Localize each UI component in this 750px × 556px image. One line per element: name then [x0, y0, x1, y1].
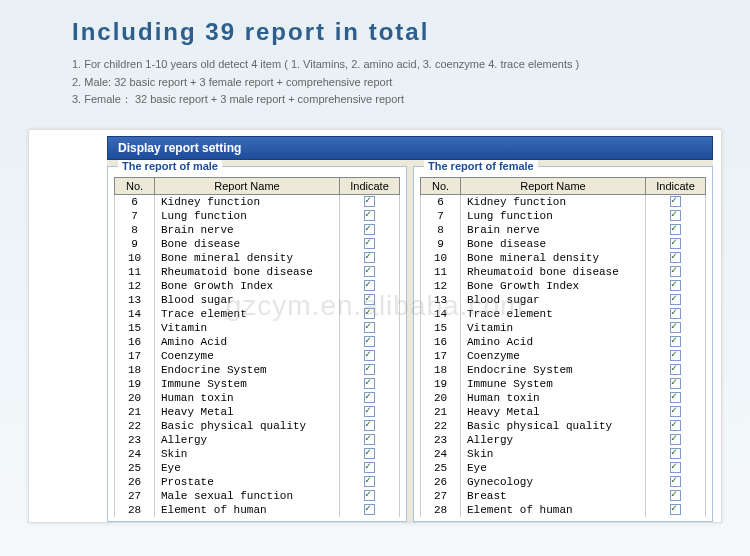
table-row[interactable]: 22Basic physical quality	[115, 419, 400, 433]
checkbox-icon[interactable]	[670, 196, 681, 207]
row-report-name: Bone disease	[155, 237, 340, 251]
table-row[interactable]: 6Kidney function	[115, 194, 400, 209]
checkbox-icon[interactable]	[670, 224, 681, 235]
checkbox-icon[interactable]	[364, 406, 375, 417]
table-row[interactable]: 24Skin	[421, 447, 706, 461]
table-row[interactable]: 7Lung function	[115, 209, 400, 223]
checkbox-icon[interactable]	[670, 280, 681, 291]
table-row[interactable]: 18Endocrine System	[421, 363, 706, 377]
checkbox-icon[interactable]	[364, 336, 375, 347]
col-header-indicate[interactable]: Indicate	[646, 177, 706, 194]
table-row[interactable]: 18Endocrine System	[115, 363, 400, 377]
table-row[interactable]: 25Eye	[115, 461, 400, 475]
table-row[interactable]: 10Bone mineral density	[115, 251, 400, 265]
checkbox-icon[interactable]	[670, 308, 681, 319]
table-row[interactable]: 13Blood sugar	[115, 293, 400, 307]
table-row[interactable]: 12Bone Growth Index	[421, 279, 706, 293]
checkbox-icon[interactable]	[364, 294, 375, 305]
table-row[interactable]: 19Immune System	[115, 377, 400, 391]
checkbox-icon[interactable]	[670, 462, 681, 473]
checkbox-icon[interactable]	[364, 224, 375, 235]
checkbox-icon[interactable]	[364, 196, 375, 207]
checkbox-icon[interactable]	[670, 322, 681, 333]
checkbox-icon[interactable]	[364, 266, 375, 277]
checkbox-icon[interactable]	[670, 476, 681, 487]
table-row[interactable]: 8Brain nerve	[115, 223, 400, 237]
checkbox-icon[interactable]	[364, 448, 375, 459]
checkbox-icon[interactable]	[670, 252, 681, 263]
table-row[interactable]: 25Eye	[421, 461, 706, 475]
checkbox-icon[interactable]	[670, 266, 681, 277]
checkbox-icon[interactable]	[670, 238, 681, 249]
checkbox-icon[interactable]	[670, 504, 681, 515]
checkbox-icon[interactable]	[364, 504, 375, 515]
col-header-no[interactable]: No.	[115, 177, 155, 194]
table-row[interactable]: 27Breast	[421, 489, 706, 503]
table-row[interactable]: 22Basic physical quality	[421, 419, 706, 433]
table-row[interactable]: 23Allergy	[421, 433, 706, 447]
checkbox-icon[interactable]	[364, 308, 375, 319]
col-header-indicate[interactable]: Indicate	[340, 177, 400, 194]
table-row[interactable]: 15Vitamin	[421, 321, 706, 335]
table-row[interactable]: 14Trace element	[115, 307, 400, 321]
checkbox-icon[interactable]	[670, 490, 681, 501]
checkbox-icon[interactable]	[670, 350, 681, 361]
table-row[interactable]: 26Gynecology	[421, 475, 706, 489]
checkbox-icon[interactable]	[364, 280, 375, 291]
checkbox-icon[interactable]	[670, 392, 681, 403]
table-row[interactable]: 11Rheumatoid bone disease	[115, 265, 400, 279]
checkbox-icon[interactable]	[364, 364, 375, 375]
table-row[interactable]: 9Bone disease	[421, 237, 706, 251]
table-row[interactable]: 17Coenzyme	[115, 349, 400, 363]
table-row[interactable]: 17Coenzyme	[421, 349, 706, 363]
table-row[interactable]: 7Lung function	[421, 209, 706, 223]
checkbox-icon[interactable]	[670, 378, 681, 389]
checkbox-icon[interactable]	[364, 476, 375, 487]
col-header-no[interactable]: No.	[421, 177, 461, 194]
table-row[interactable]: 16Amino Acid	[115, 335, 400, 349]
checkbox-icon[interactable]	[364, 210, 375, 221]
checkbox-icon[interactable]	[670, 434, 681, 445]
col-header-name[interactable]: Report Name	[461, 177, 646, 194]
checkbox-icon[interactable]	[364, 322, 375, 333]
table-row[interactable]: 9Bone disease	[115, 237, 400, 251]
checkbox-icon[interactable]	[364, 420, 375, 431]
table-row[interactable]: 28Element of human	[115, 503, 400, 517]
table-row[interactable]: 24Skin	[115, 447, 400, 461]
checkbox-icon[interactable]	[670, 364, 681, 375]
table-row[interactable]: 11Rheumatoid bone disease	[421, 265, 706, 279]
col-header-name[interactable]: Report Name	[155, 177, 340, 194]
checkbox-icon[interactable]	[364, 462, 375, 473]
table-row[interactable]: 23Allergy	[115, 433, 400, 447]
table-row[interactable]: 19Immune System	[421, 377, 706, 391]
table-row[interactable]: 20Human toxin	[115, 391, 400, 405]
checkbox-icon[interactable]	[364, 434, 375, 445]
checkbox-icon[interactable]	[670, 336, 681, 347]
table-row[interactable]: 6Kidney function	[421, 194, 706, 209]
table-row[interactable]: 12Bone Growth Index	[115, 279, 400, 293]
table-row[interactable]: 28Element of human	[421, 503, 706, 517]
table-row[interactable]: 20Human toxin	[421, 391, 706, 405]
checkbox-icon[interactable]	[670, 448, 681, 459]
checkbox-icon[interactable]	[670, 420, 681, 431]
table-row[interactable]: 21Heavy Metal	[421, 405, 706, 419]
checkbox-icon[interactable]	[364, 392, 375, 403]
table-row[interactable]: 8Brain nerve	[421, 223, 706, 237]
table-row[interactable]: 15Vitamin	[115, 321, 400, 335]
table-row[interactable]: 10Bone mineral density	[421, 251, 706, 265]
checkbox-icon[interactable]	[670, 210, 681, 221]
checkbox-icon[interactable]	[670, 294, 681, 305]
table-row[interactable]: 26Prostate	[115, 475, 400, 489]
table-row[interactable]: 13Blood sugar	[421, 293, 706, 307]
checkbox-icon[interactable]	[670, 406, 681, 417]
checkbox-icon[interactable]	[364, 350, 375, 361]
table-row[interactable]: 21Heavy Metal	[115, 405, 400, 419]
checkbox-icon[interactable]	[364, 252, 375, 263]
subtitle-2: 2. Male: 32 basic report + 3 female repo…	[72, 74, 678, 92]
checkbox-icon[interactable]	[364, 490, 375, 501]
table-row[interactable]: 16Amino Acid	[421, 335, 706, 349]
table-row[interactable]: 27Male sexual function	[115, 489, 400, 503]
checkbox-icon[interactable]	[364, 378, 375, 389]
table-row[interactable]: 14Trace element	[421, 307, 706, 321]
checkbox-icon[interactable]	[364, 238, 375, 249]
